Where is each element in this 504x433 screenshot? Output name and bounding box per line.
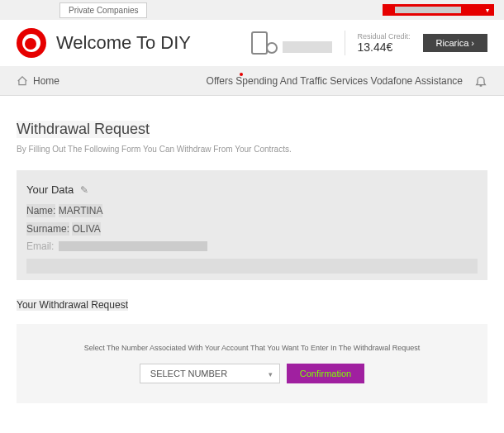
recharge-button[interactable]: Ricarica ›	[423, 34, 487, 52]
device-section	[251, 31, 332, 55]
your-data-section: Your Data ✎ Name: MARTINA Surname: OLIVA…	[17, 170, 487, 280]
top-bar: Private Companies ▾	[0, 0, 504, 20]
page-title: Withdrawal Request	[17, 121, 150, 138]
sim-icon	[266, 42, 278, 54]
email-value-masked	[59, 241, 207, 251]
nav-home[interactable]: Home	[17, 75, 59, 87]
credit-value: 13.44€	[358, 40, 411, 54]
nav-bar: Home Offers Spending And Traffic Service…	[0, 66, 504, 96]
data-footer-bar	[26, 259, 478, 274]
name-value: MARTINA	[59, 204, 103, 217]
instruction-text: Select The Number Associated With Your A…	[33, 344, 471, 352]
page-subtitle: By Filling Out The Following Form You Ca…	[17, 145, 487, 154]
surname-label: Surname:	[26, 222, 69, 236]
confirmation-button[interactable]: Confirmation	[287, 364, 364, 383]
header: Welcome To DIY Welcome Residual Credit: …	[0, 20, 504, 66]
select-number-dropdown[interactable]: SELECT NUMBER ▾	[140, 364, 280, 383]
nav-links[interactable]: Offers Spending And Traffic Services Vod…	[207, 74, 487, 88]
withdrawal-request-title: Your Withdrawal Request	[17, 299, 128, 311]
your-data-header: Your Data	[26, 183, 74, 196]
home-icon	[17, 75, 28, 87]
withdrawal-request-box: Select The Number Associated With Your A…	[17, 324, 487, 403]
bell-icon[interactable]	[474, 74, 487, 88]
tab-private-companies[interactable]: Private Companies	[59, 2, 147, 18]
chevron-down-icon: ▾	[269, 370, 273, 378]
surname-value: OLIVA	[72, 222, 100, 236]
name-label: Name:	[26, 204, 55, 217]
phone-number-masked	[283, 41, 332, 53]
account-dropdown[interactable]: ▾	[383, 4, 494, 16]
welcome-title: Welcome To DIY Welcome	[56, 32, 191, 54]
vodafone-logo	[17, 28, 46, 58]
credit-label: Residual Credit:	[358, 32, 411, 40]
email-label: Email:	[26, 240, 54, 252]
chevron-down-icon: ▾	[486, 7, 489, 14]
notification-dot	[240, 73, 243, 76]
credit-section: Residual Credit: 13.44€	[358, 32, 411, 54]
phone-icon	[251, 31, 268, 55]
edit-icon[interactable]: ✎	[80, 184, 88, 196]
